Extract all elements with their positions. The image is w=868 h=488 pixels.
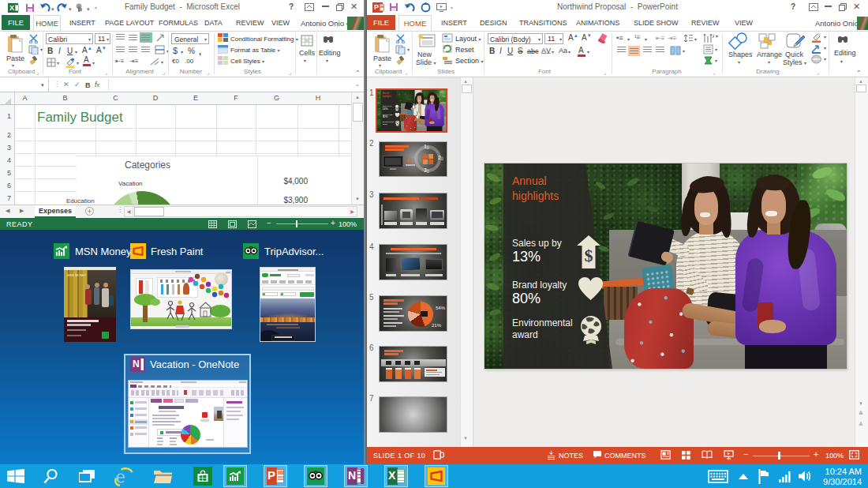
svg-text:$: $ — [585, 246, 593, 265]
svg-text:A: A — [713, 33, 714, 39]
